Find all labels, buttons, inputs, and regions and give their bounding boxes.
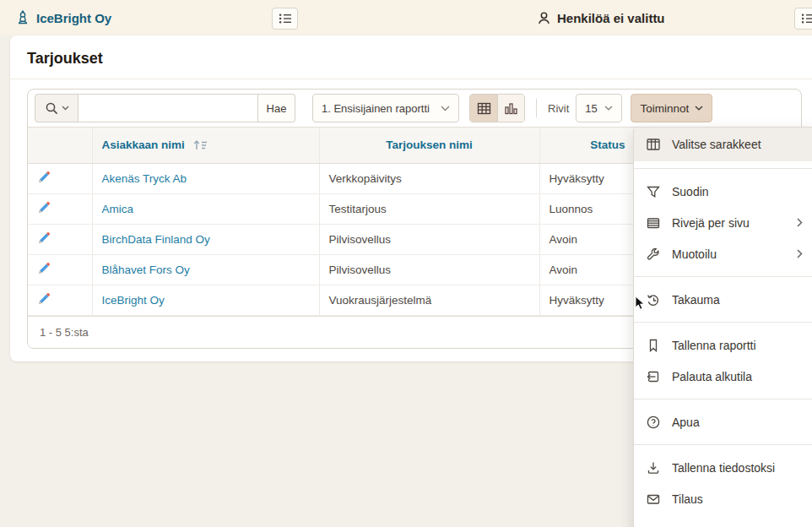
offer-name-cell: Verkkopäivitys: [319, 163, 539, 193]
offer-header-label: Tarjouksen nimi: [386, 139, 473, 151]
menu-item-label: Suodin: [672, 185, 709, 198]
table-row: BirchData Finland Oy Pilvisovellus Avoin: [28, 224, 676, 254]
customer-link[interactable]: Blåhavet Fors Oy: [102, 264, 190, 276]
chevron-right-icon: [797, 249, 803, 258]
list-icon: [800, 12, 812, 25]
menu-item-rows-per-page[interactable]: Rivejä per sivu: [634, 207, 812, 238]
menu-item-subscription[interactable]: Tilaus: [634, 483, 812, 514]
offer-column-header[interactable]: Tarjouksen nimi: [319, 128, 539, 163]
menu-item-select-columns[interactable]: Valitse sarakkeet: [634, 128, 812, 161]
table-row: Blåhavet Fors Oy Pilvisovellus Avoin: [28, 254, 676, 285]
actions-button-label: Toiminnot: [640, 102, 689, 115]
app-screen: IceBright Oy Henkilö: [0, 0, 812, 527]
chevron-down-icon: [62, 106, 69, 111]
mail-icon: [646, 492, 661, 507]
grid-view-icon: [477, 102, 491, 115]
sort-ascending-icon: [193, 139, 208, 150]
customer-header-label: Asiakkaan nimi: [102, 139, 185, 151]
view-toggle-group: [469, 94, 525, 122]
rows-per-page-select[interactable]: 15: [576, 94, 622, 122]
search-go-button[interactable]: Hae: [258, 94, 295, 122]
edit-row-button[interactable]: [37, 231, 51, 245]
edit-row-button[interactable]: [37, 171, 51, 184]
menu-item-label: Palauta alkutila: [672, 370, 752, 383]
bookmark-icon: [646, 338, 661, 353]
chevron-down-icon: [604, 106, 613, 111]
chevron-down-icon: [441, 106, 450, 111]
table-row: Akenäs Tryck Ab Verkkopäivitys Hyväksytt…: [28, 163, 676, 193]
chevron-down-icon: [695, 106, 703, 111]
region-header: Tarjoukset: [10, 35, 812, 79]
menu-separator: [634, 168, 812, 169]
menu-item-download[interactable]: Tallenna tiedostoksi: [634, 452, 812, 483]
bar-chart-icon: [504, 102, 518, 115]
edit-row-button[interactable]: [37, 292, 51, 306]
columns-icon: [646, 137, 661, 152]
table-row: Amica Testitarjous Luonnos: [28, 193, 676, 224]
menu-item-label: Valitse sarakkeet: [672, 138, 761, 151]
offer-name-cell: Pilvisovellus: [319, 224, 539, 254]
person-status-label: Henkilöä ei valittu: [557, 11, 665, 25]
rows-per-page-value: 15: [585, 102, 597, 115]
menu-item-label: Takauma: [672, 293, 720, 307]
menu-item-label: Tallenna tiedostoksi: [672, 461, 775, 475]
filter-icon: [646, 184, 661, 199]
list-icon: [278, 12, 293, 25]
report-view-button[interactable]: [470, 95, 497, 122]
menu-item-reset[interactable]: Palauta alkutila: [634, 361, 812, 392]
menu-item-filter[interactable]: Suodin: [634, 176, 812, 207]
menu-item-format[interactable]: Muotoilu: [634, 238, 812, 269]
offer-name-cell: Vuokrausjärjestelmä: [319, 285, 539, 315]
person-icon: [537, 11, 551, 25]
app-logo-icon: [15, 10, 30, 25]
history-icon: [646, 292, 661, 307]
download-icon: [646, 460, 661, 475]
saved-report-value: 1. Ensisijainen raportti: [322, 102, 430, 115]
search-icon: [45, 101, 59, 116]
edit-row-button[interactable]: [37, 201, 51, 215]
nav-list-button[interactable]: [272, 8, 298, 30]
wrench-icon: [646, 247, 661, 262]
menu-separator: [634, 322, 812, 323]
customer-link[interactable]: BirchData Finland Oy: [102, 233, 210, 246]
offer-name-cell: Testitarjous: [319, 193, 539, 224]
customer-link[interactable]: Akenäs Tryck Ab: [102, 172, 187, 185]
toolbar-divider: [536, 99, 537, 117]
actions-menu: Valitse sarakkeet Suodin Rivejä per sivu: [633, 127, 812, 527]
menu-item-label: Apua: [672, 416, 700, 429]
menu-item-history[interactable]: Takauma: [634, 284, 812, 315]
customer-link[interactable]: Amica: [102, 203, 134, 215]
menu-item-help[interactable]: Apua: [634, 406, 812, 437]
table-header-row: Asiakkaan nimi: [28, 128, 676, 163]
help-icon: [646, 415, 661, 430]
search-options-button[interactable]: [35, 94, 78, 122]
right-list-button[interactable]: [794, 8, 812, 30]
customer-column-header[interactable]: Asiakkaan nimi: [92, 128, 319, 163]
search-input[interactable]: [78, 94, 258, 122]
menu-separator: [634, 399, 812, 399]
offers-table: Asiakkaan nimi: [28, 128, 677, 316]
menu-item-label: Muotoilu: [672, 247, 717, 261]
menu-item-label: Rivejä per sivu: [672, 216, 750, 230]
chevron-right-icon: [797, 218, 803, 227]
edit-column-header: [28, 128, 92, 163]
status-header-label: Status: [590, 139, 625, 151]
edit-row-button[interactable]: [37, 262, 51, 275]
offer-name-cell: Pilvisovellus: [319, 254, 539, 285]
menu-item-label: Tallenna raportti: [672, 339, 756, 352]
app-brand-label: IceBright Oy: [36, 11, 111, 25]
page-title: Tarjoukset: [27, 50, 802, 68]
topbar: IceBright Oy Henkilö: [0, 0, 812, 35]
search-group: Hae: [35, 94, 295, 122]
table-row: IceBright Oy Vuokrausjärjestelmä Hyväksy…: [28, 285, 676, 315]
actions-button[interactable]: Toiminnot: [631, 94, 712, 122]
chart-view-button[interactable]: [497, 95, 524, 122]
rows-icon: [646, 215, 661, 231]
app-brand[interactable]: IceBright Oy: [15, 0, 111, 35]
customer-link[interactable]: IceBright Oy: [102, 294, 165, 307]
saved-report-select[interactable]: 1. Ensisijainen raportti: [312, 94, 459, 122]
menu-item-save-report[interactable]: Tallenna raportti: [634, 329, 812, 361]
menu-separator: [634, 444, 812, 445]
menu-item-label: Tilaus: [672, 492, 703, 506]
selected-person-indicator[interactable]: Henkilöä ei valittu: [537, 0, 665, 35]
